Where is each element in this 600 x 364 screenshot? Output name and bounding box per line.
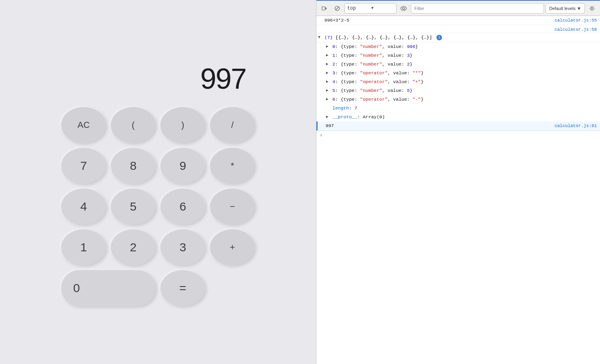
btn-five[interactable]: 5 — [111, 189, 156, 225]
btn-eight[interactable]: 8 — [111, 148, 156, 184]
devtools-console: 996+3*2-5 calculator.js:55 calculator.js… — [316, 16, 600, 364]
button-grid: AC ( ) / 7 8 9 * 4 5 6 − 1 2 3 + 0 = — [58, 107, 258, 306]
array-item-1: ▶ 1: {type: "number", value: 3} — [316, 51, 600, 60]
file-ref-1[interactable]: calculator.js:55 — [554, 17, 597, 24]
svg-point-4 — [401, 6, 406, 10]
array-expand-toggle[interactable] — [318, 34, 320, 41]
array-item-4: ▶ 4: {type: "operator", value: "+"} — [316, 78, 600, 86]
svg-rect-0 — [322, 7, 325, 10]
calculator-panel: 997 AC ( ) / 7 8 9 * 4 5 6 − 1 2 3 + 0 = — [0, 0, 316, 364]
item-toggle-5[interactable]: ▶ — [326, 87, 328, 94]
item-toggle-2[interactable]: ▶ — [326, 61, 328, 68]
btn-two[interactable]: 2 — [111, 229, 156, 265]
array-summary: (7) [{…}, {…}, {…}, {…}, {…}, {…}, {…}] … — [324, 35, 442, 40]
console-text-1: 996+3*2-5 — [324, 18, 349, 23]
log-levels-label: Default levels — [549, 6, 576, 11]
btn-ac[interactable]: AC — [61, 107, 106, 143]
display: 997 — [58, 54, 258, 107]
btn-divide[interactable]: / — [210, 107, 255, 143]
btn-six[interactable]: 6 — [160, 189, 205, 225]
item-toggle-6[interactable]: ▶ — [326, 96, 328, 103]
console-array-entry: (7) [{…}, {…}, {…}, {…}, {…}, {…}, {…}] … — [316, 33, 600, 42]
console-input-line: › — [316, 131, 600, 140]
array-item-3: ▶ 3: {type: "operator", value: "*"} — [316, 69, 600, 78]
btn-equals[interactable]: = — [160, 270, 205, 306]
devtools-toolbar: top ▼ Default levels ▼ — [316, 1, 600, 16]
file-ref-result[interactable]: calculator.js:61 — [554, 122, 597, 129]
btn-add[interactable]: + — [210, 229, 255, 265]
array-item-5: ▶ 5: {type: "number", value: 5} — [316, 86, 600, 95]
context-selector[interactable]: top ▼ — [344, 3, 396, 14]
btn-seven[interactable]: 7 — [61, 148, 106, 184]
settings-button[interactable] — [586, 3, 598, 14]
btn-multiply[interactable]: * — [210, 148, 255, 184]
context-label: top — [347, 6, 370, 11]
calculator: 997 AC ( ) / 7 8 9 * 4 5 6 − 1 2 3 + 0 = — [50, 46, 266, 318]
file-ref-2[interactable]: calculator.js:58 — [554, 26, 597, 33]
log-levels-button[interactable]: Default levels ▼ — [546, 3, 585, 14]
watch-button[interactable] — [398, 3, 409, 14]
array-item-2: ▶ 2: {type: "number", value: 2} — [316, 60, 600, 69]
svg-point-6 — [591, 7, 593, 9]
console-prompt-icon: › — [320, 133, 322, 138]
info-icon: i — [436, 35, 442, 40]
console-entry-1: 996+3*2-5 calculator.js:55 — [316, 16, 600, 25]
context-arrow-icon: ▼ — [371, 6, 394, 10]
svg-point-5 — [403, 7, 405, 9]
clear-icon — [334, 6, 340, 11]
levels-arrow-icon: ▼ — [577, 6, 581, 11]
console-result-text: 997 — [326, 123, 334, 128]
item-toggle-1[interactable]: ▶ — [326, 52, 328, 59]
console-entry-2: calculator.js:58 — [316, 25, 600, 33]
devtools-panel: top ▼ Default levels ▼ 996+3*2 — [316, 0, 600, 364]
proto-toggle[interactable]: ▶ — [326, 113, 328, 121]
btn-three[interactable]: 3 — [160, 229, 205, 265]
btn-zero[interactable]: 0 — [61, 270, 156, 306]
clear-console-button[interactable] — [332, 3, 343, 14]
record-icon — [322, 6, 327, 11]
array-item-0: ▶ 0: {type: "number", value: 996} — [316, 42, 600, 51]
btn-paren-close[interactable]: ) — [160, 107, 205, 143]
array-proto: ▶ __proto__: Array(0) — [316, 113, 600, 121]
gear-icon — [589, 6, 595, 11]
btn-one[interactable]: 1 — [61, 229, 106, 265]
record-button[interactable] — [319, 3, 330, 14]
item-toggle-3[interactable]: ▶ — [326, 70, 328, 77]
eye-icon — [400, 6, 407, 11]
svg-marker-1 — [326, 7, 327, 10]
btn-four[interactable]: 4 — [61, 189, 106, 225]
btn-paren-open[interactable]: ( — [111, 107, 156, 143]
array-length: length: 7 — [316, 104, 600, 113]
item-toggle-4[interactable]: ▶ — [326, 78, 328, 86]
console-result-entry: 997 calculator.js:61 — [316, 121, 600, 131]
array-item-6: ▶ 6: {type: "operator", value: "-"} — [316, 95, 600, 104]
btn-nine[interactable]: 9 — [160, 148, 205, 184]
btn-subtract[interactable]: − — [210, 189, 255, 225]
item-toggle-0[interactable]: ▶ — [326, 43, 328, 50]
svg-line-3 — [336, 7, 339, 10]
filter-input[interactable] — [411, 3, 544, 14]
